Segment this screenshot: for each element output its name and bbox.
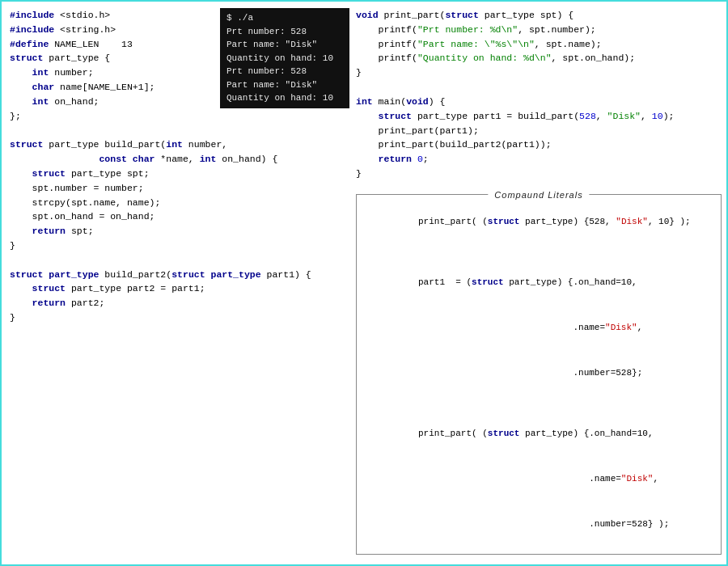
terminal-line-7: Quantity on hand: 10 (226, 91, 343, 105)
terminal-line-5: Prt number: 528 (226, 65, 343, 78)
lcode-17: } (10, 239, 349, 253)
lcode-11: const char *name, int on_hand) { (10, 152, 349, 167)
rcode-9: print_part(part1); (356, 124, 722, 138)
cl-line3a: print_part( (struct part_type) {.on_hand… (365, 411, 713, 456)
compound-box-title: Compaund Literals (488, 188, 589, 203)
rcode-4: printf("Quantity on hand: %d\n", spt.on_… (356, 51, 722, 65)
rcode-5: } (356, 65, 722, 80)
rcode-6 (356, 80, 722, 95)
lcode-21: return part2; (10, 296, 349, 310)
lcode-15: spt.on_hand = on_hand; (10, 209, 349, 224)
cl-line2c: .number=528}; (365, 351, 713, 396)
lcode-10: struct part_type build_part(int number, (10, 137, 349, 152)
cl-line2a: part1 = (struct part_type) {.on_hand=10, (365, 260, 713, 306)
terminal-line-2: Prt number: 528 (226, 25, 343, 39)
lcode-14: strcpy(spt.name, name); (10, 196, 349, 210)
rcode-12: } (356, 167, 722, 181)
terminal-box: $ ./a Prt number: 528 Part name: "Disk" … (220, 8, 349, 108)
lcode-20: struct part_type part2 = part1; (10, 281, 349, 296)
lcode-8: }; (10, 109, 349, 124)
cl-line3c: .number=528} ); (365, 502, 713, 547)
right-code-panel: void print_part(struct part_type spt) { … (356, 8, 722, 555)
terminal-line-4: Quantity on hand: 10 (226, 52, 343, 65)
rcode-11: return 0; (356, 152, 722, 167)
main-container: $ ./a Prt number: 528 Part name: "Disk" … (2, 2, 728, 566)
terminal-line-1: $ ./a (226, 11, 343, 25)
cl-blank2 (365, 396, 713, 412)
lcode-18 (10, 253, 349, 268)
cl-blank1 (365, 245, 713, 260)
rcode-8: struct part_type part1 = build_part(528,… (356, 109, 722, 124)
lcode-13: spt.number = number; (10, 181, 349, 196)
cl-line2b: .name="Disk", (365, 306, 713, 351)
cl-line1: print_part( (struct part_type) {528, "Di… (365, 200, 713, 245)
rcode-10: print_part(build_part2(part1)); (356, 137, 722, 152)
rcode-3: printf("Part name: \"%s\"\n", spt.name); (356, 37, 722, 52)
rcode-2: printf("Prt number: %d\n", spt.number); (356, 23, 722, 37)
lcode-19: struct part_type build_part2(struct part… (10, 268, 349, 282)
lcode-16: return spt; (10, 224, 349, 239)
compound-literals-box: Compaund Literals print_part( (struct pa… (356, 194, 722, 555)
code-section: $ ./a Prt number: 528 Part name: "Disk" … (10, 8, 722, 555)
left-code-panel: $ ./a Prt number: 528 Part name: "Disk" … (10, 8, 349, 555)
rcode-7: int main(void) { (356, 95, 722, 109)
terminal-line-6: Part name: "Disk" (226, 78, 343, 92)
terminal-line-3: Part name: "Disk" (226, 38, 343, 52)
lcode-22: } (10, 310, 349, 325)
lcode-9 (10, 124, 349, 138)
rcode-1: void print_part(struct part_type spt) { (356, 8, 722, 23)
lcode-12: struct part_type spt; (10, 167, 349, 181)
cl-line3b: .name="Disk", (365, 456, 713, 501)
